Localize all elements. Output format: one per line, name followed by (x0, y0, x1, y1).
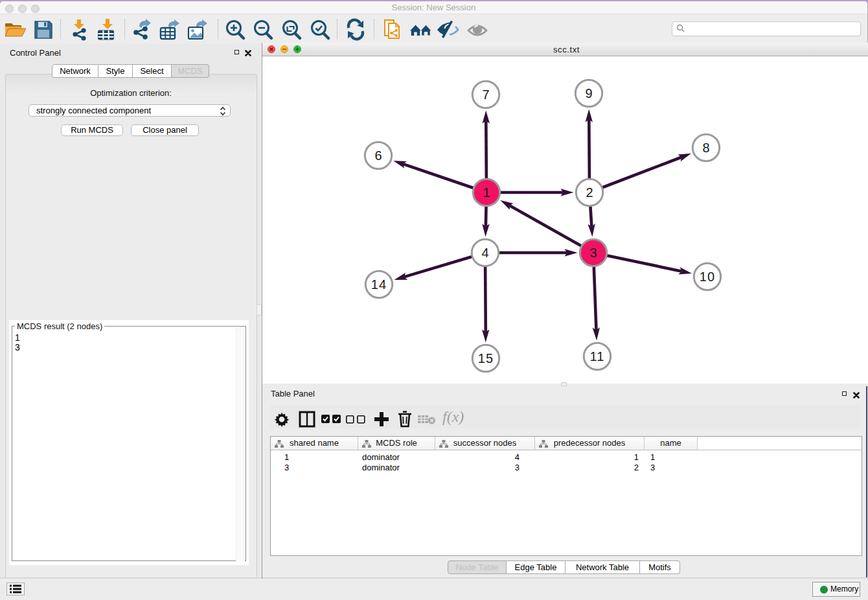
svg-text:8: 8 (702, 141, 709, 155)
svg-text:4: 4 (481, 246, 488, 260)
svg-text:9: 9 (585, 86, 592, 100)
svg-text:11: 11 (589, 349, 604, 363)
svg-text:2: 2 (586, 185, 593, 200)
svg-text:14: 14 (371, 277, 387, 292)
svg-text:7: 7 (482, 87, 489, 102)
svg-text:6: 6 (374, 148, 382, 163)
svg-text:1: 1 (483, 185, 490, 200)
svg-text:3: 3 (589, 246, 597, 260)
svg-text:15: 15 (478, 351, 494, 365)
svg-text:10: 10 (700, 270, 716, 284)
